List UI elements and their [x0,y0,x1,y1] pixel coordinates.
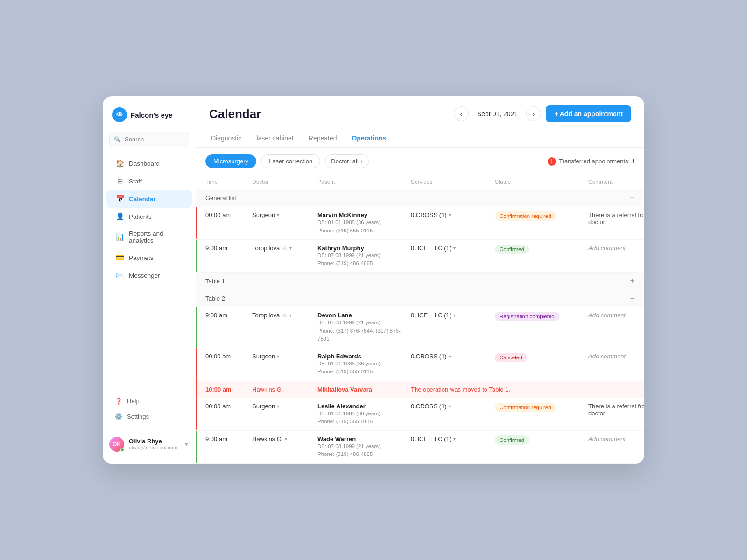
user-section[interactable]: OR Olivia Rhye olivia@untitledui.com ▼ [103,432,196,456]
messenger-icon: ✉️ [116,271,124,280]
appointment-patient: Wade Warren DB: 07.08.1999 (21 years)Pho… [317,435,411,459]
sidebar: 👁 Falcon's eye 🔍 🏠 Dashboard ⊞ Staff 📅 C… [103,96,196,463]
filter-microsurgery[interactable]: Microsurgery [205,154,256,168]
appointment-time: 00:00 am [205,353,252,360]
sidebar-item-calendar[interactable]: 📅 Calendar [106,190,192,208]
appointment-doctor: Hawkins G. [252,386,317,393]
appointment-doctor: Toropilova H. ▾ [252,312,317,319]
top-header: Calendar ‹ Sept 01, 2021 › + Add an appo… [196,96,644,148]
next-date-button[interactable]: › [526,106,541,121]
sidebar-item-label: Patients [129,213,152,220]
help-label: Help [127,398,140,405]
main-content: Calendar ‹ Sept 01, 2021 › + Add an appo… [196,96,644,463]
tab-operations[interactable]: Operations [350,130,388,147]
prev-date-button[interactable]: ‹ [454,106,469,121]
appointment-patient: Marvin McKinney DB: 01.01.1985 (36 years… [317,211,411,235]
section-label: Table 2 [205,295,225,302]
add-appointment-button[interactable]: + Add an appointment [546,105,631,122]
sidebar-item-help[interactable]: ❓ Help [109,393,189,409]
sidebar-item-staff[interactable]: ⊞ Staff [106,172,192,190]
appointment-patient: Devon Lane DB: 07.08.1999 (21 years)Phon… [317,312,411,343]
appointment-services: 0. ICE + LC (1) ▾ [411,312,495,319]
appointment-doctor: Toropilova H. ▾ [252,245,317,252]
staff-icon: ⊞ [116,177,124,185]
appointment-patient: Kathryn Murphy DB: 07.08.1999 (21 years)… [317,245,411,268]
doctor-filter-select[interactable]: Doctor: all ▾ [325,154,369,168]
appointment-doctor: Hawkins G. ▾ [252,435,317,442]
calendar-icon: 📅 [116,195,124,203]
appointment-time: 9:00 am [205,435,252,442]
appointment-doctor: Surgeon ▾ [252,353,317,360]
section-toggle-table2[interactable]: − [630,294,635,303]
search-input[interactable] [109,132,189,147]
appointment-time: 00:00 am [205,211,252,218]
sidebar-item-messenger[interactable]: ✉️ Messenger [106,266,192,284]
col-services: Services [411,179,495,185]
chevron-down-icon: ▾ [289,245,292,251]
appointment-row: 9:00 am Toropilova H. ▾ Devon Lane DB: 0… [196,307,644,348]
sidebar-item-settings[interactable]: ⚙️ Settings [109,409,189,424]
appointment-comment: Add comment [588,245,644,252]
transfer-badge: ! Transferred appointments: 1 [548,157,635,166]
chevron-down-icon: ▾ [453,313,456,318]
chevron-down-icon: ▾ [277,354,279,359]
chevron-down-icon: ▾ [285,436,287,441]
tab-laser[interactable]: laser cabinet [254,130,295,147]
header-controls: ‹ Sept 01, 2021 › + Add an appointment [454,105,631,122]
section-header-table1: Table 1 + [196,273,644,290]
appointment-comment: There is a referral from a doctor [588,211,644,225]
transfer-count-dot: ! [548,157,556,166]
chevron-down-icon: ▾ [289,313,292,318]
logo-icon: 👁 [112,107,127,122]
appointment-row: 00:00 am Surgeon ▾ Marvin McKinney DB: 0… [196,207,644,240]
chevron-down-icon: ▾ [449,354,451,359]
sidebar-item-dashboard[interactable]: 🏠 Dashboard [106,154,192,172]
appointment-row: 00:00 am Surgeon ▾ Ralph Edwards DB: 01.… [196,348,644,381]
calendar-area: Microsurgery Laser correction Doctor: al… [196,148,644,463]
appointment-comment: Add comment [588,435,644,442]
help-icon: ❓ [115,398,122,405]
sidebar-item-label: Staff [129,178,142,185]
filter-bar: Microsurgery Laser correction Doctor: al… [196,148,644,175]
avatar: OR [109,437,124,452]
filter-laser[interactable]: Laser correction [261,154,320,168]
sidebar-item-label: Messenger [129,272,160,279]
section-header-general: General list − [196,189,644,207]
appointment-status: Confirmed [495,435,588,445]
section-toggle-general[interactable]: − [630,193,635,203]
appointment-services: 0.CROSS (1) ▾ [411,353,495,360]
payments-icon: 💳 [116,253,124,262]
current-date: Sept 01, 2021 [473,110,521,118]
appointment-time: 9:00 am [205,245,252,252]
appointment-patient: Ralph Edwards DB: 01.01.1985 (36 years)P… [317,353,411,376]
col-comment: Comment [588,179,644,185]
appointment-patient: Leslie Alexander DB: 01.01.1985 (36 year… [317,403,411,426]
search-box[interactable]: 🔍 [109,132,189,147]
sidebar-item-reports[interactable]: 📊 Reports and analytics [106,225,192,249]
tab-diagnostic[interactable]: Diagnostic [209,130,243,147]
dashboard-icon: 🏠 [116,159,124,168]
appointment-row: 00:00 am Surgeon ▾ Leslie Alexander DB: … [196,398,644,431]
tab-repeated[interactable]: Repeated [307,130,339,147]
sidebar-item-label: Dashboard [129,160,160,167]
appointment-time: 00:00 am [205,403,252,410]
appointment-time: 10:00 am [205,386,252,393]
chevron-down-icon: ▾ [277,404,279,409]
section-label: Table 1 [205,278,225,285]
appointment-time: 9:00 am [205,312,252,319]
avatar-online-dot [120,448,124,452]
appointment-services: 0.CROSS (1) ▾ [411,403,495,410]
section-toggle-table1[interactable]: + [630,276,635,286]
appointment-comment: Add comment [588,353,644,360]
appointment-row-moved: 10:00 am Hawkins G. Mikhailova Varvara T… [196,381,644,398]
col-patient: Patient [317,179,411,185]
appointment-status: Registration completed [495,312,588,321]
col-doctor: Doctor [252,179,317,185]
user-name: Olivia Rhye [129,438,179,445]
sidebar-item-payments[interactable]: 💳 Paymets [106,249,192,266]
sidebar-item-patients[interactable]: 👤 Patients [106,208,192,225]
sidebar-item-label: Paymets [129,254,154,261]
chevron-down-icon: ▾ [453,436,456,441]
chevron-down-icon: ▼ [184,441,189,447]
appointment-services: 0. ICE + LC (1) ▾ [411,435,495,442]
